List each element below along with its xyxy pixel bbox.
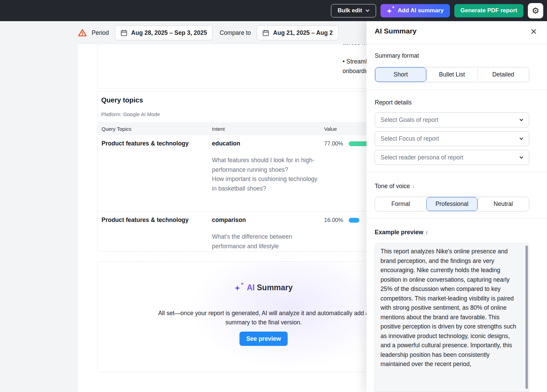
segment-formal[interactable]: Formal [375, 197, 426, 211]
tone-label-text: Tone of voice [375, 183, 410, 190]
row-questions: What's the difference between performanc… [212, 232, 319, 251]
example-preview-label-text: Example preview [375, 229, 423, 236]
column-header-intent: Intent [212, 126, 319, 132]
example-preview-label: Example previewi [375, 229, 427, 236]
compare-date-value: Aug 21, 2025 – Aug 2 [273, 29, 333, 37]
calendar-icon [121, 30, 127, 36]
row-topic: Product features & technology [102, 216, 211, 224]
promo-title-summary: Summary [255, 283, 293, 292]
goals-select-placeholder: Select Goals of report [381, 116, 438, 124]
example-preview-textarea[interactable]: This report analyzes Nike's online prese… [375, 243, 529, 392]
segment-detailed[interactable]: Detailed [478, 67, 529, 82]
chevron-down-icon [519, 137, 523, 141]
info-icon[interactable]: i [426, 230, 427, 235]
warning-icon [78, 29, 87, 37]
period-date-picker[interactable]: Aug 28, 2025 – Sep 3, 2025 [115, 25, 213, 40]
row-questions: What features should I look for in high-… [212, 156, 319, 193]
see-preview-button[interactable]: See preview [239, 332, 288, 346]
segment-bullet-list[interactable]: Bullet List [426, 67, 478, 82]
gear-icon: ⚙ [532, 6, 539, 15]
reader-persona-placeholder: Select reader persona of report [381, 154, 463, 161]
row-value: 16.00% [324, 217, 359, 223]
focus-select[interactable]: Select Focus of report [375, 131, 529, 146]
panel-title: AI Summary [375, 27, 417, 35]
generate-pdf-label: Generate PDF report [461, 7, 517, 14]
period-label: Period [92, 29, 109, 37]
compare-to-label: Compare to [219, 29, 251, 37]
bulk-edit-label: Bulk edit [337, 7, 362, 14]
summary-format-label: Summary format [375, 52, 419, 59]
promo-title-ai: AI [247, 283, 255, 292]
summary-format-segmented-control: Short Bullet List Detailed [375, 67, 529, 82]
add-ai-summary-button[interactable]: ✦✦ Add AI summary [381, 4, 450, 17]
report-details-label: Report details [375, 99, 412, 106]
top-toolbar: Bulk edit ✦✦ Add AI summary Generate PDF… [0, 0, 547, 21]
info-icon[interactable]: i [413, 184, 414, 189]
column-header-query-topics: Query Topics [102, 126, 211, 132]
column-header-value: Value [324, 126, 365, 132]
query-topics-title: Query topics [101, 96, 143, 104]
segment-professional[interactable]: Professional [426, 197, 478, 211]
sparkles-icon: ✦✦ [235, 283, 243, 292]
generate-pdf-report-button[interactable]: Generate PDF report [454, 4, 523, 17]
calendar-icon [263, 30, 269, 36]
reader-persona-select[interactable]: Select reader persona of report [375, 150, 529, 165]
row-topic: Product features & technology [102, 140, 211, 147]
scrollbar-thumb[interactable] [525, 246, 528, 389]
chevron-down-icon [519, 155, 523, 159]
segment-short[interactable]: Short [375, 67, 426, 82]
compare-date-picker[interactable]: Aug 21, 2025 – Aug 2 [257, 25, 338, 40]
ai-summary-panel: AI Summary ✕ Summary format Short Bullet… [366, 21, 547, 392]
row-value-percent: 16.00% [324, 217, 343, 223]
period-date-value: Aug 28, 2025 – Sep 3, 2025 [131, 29, 207, 37]
tone-of-voice-label: Tone of voicei [375, 183, 414, 190]
close-icon[interactable]: ✕ [528, 26, 539, 38]
value-bar [349, 218, 359, 223]
row-value-percent: 77.00% [324, 140, 343, 147]
row-intent: comparison [212, 216, 246, 224]
segment-neutral[interactable]: Neutral [478, 197, 529, 211]
ai-summary-promo-body: All set—once your report is generated, A… [158, 309, 370, 327]
goals-select[interactable]: Select Goals of report [375, 112, 529, 127]
settings-button[interactable]: ⚙ [528, 3, 543, 18]
bulk-edit-button[interactable]: Bulk edit [331, 4, 376, 17]
focus-select-placeholder: Select Focus of report [381, 135, 439, 142]
sparkles-icon: ✦✦ [387, 6, 394, 15]
chevron-down-icon [365, 9, 370, 13]
chevron-down-icon [519, 118, 523, 122]
add-ai-summary-label: Add AI summary [398, 7, 443, 14]
query-topics-platform: Platform: Google AI Mode [101, 111, 160, 117]
tone-segmented-control: Formal Professional Neutral [375, 197, 529, 211]
example-preview-text: This report analyzes Nike's online prese… [381, 247, 519, 369]
row-intent: education [212, 140, 240, 147]
